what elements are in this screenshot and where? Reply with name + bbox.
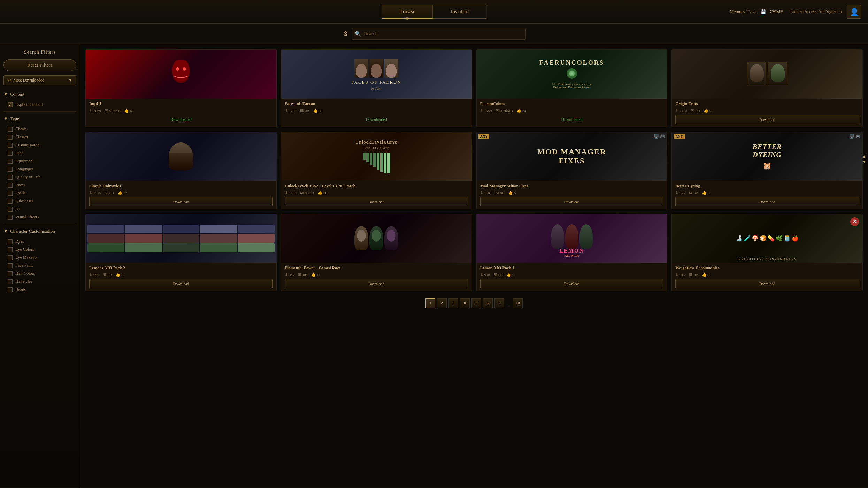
mod-card-modfix[interactable]: ANY 🖥️ 🎮 MOD MANAGERFIXES Mod Manager Mi…: [476, 132, 668, 209]
checkbox-cheats[interactable]: Cheats: [3, 125, 76, 133]
mod-download-btn-weightless[interactable]: Download: [675, 279, 859, 288]
top-bar: Browse Installed Memory Used: 💾 729MB Li…: [0, 0, 868, 24]
checkbox-spells-label: Spells: [15, 191, 25, 196]
page-btn-10[interactable]: 10: [513, 298, 523, 308]
checkbox-face-paint[interactable]: Face Paint: [3, 262, 76, 270]
checkbox-cheats-check: [8, 127, 13, 132]
mod-download-btn-dyeing[interactable]: Download: [675, 197, 859, 206]
mod-download-btn-lemons2[interactable]: Download: [89, 279, 273, 288]
checkbox-races[interactable]: Races: [3, 181, 76, 189]
mod-likes-elemental: 👍 11: [311, 272, 321, 277]
checkbox-dice[interactable]: Dice: [3, 149, 76, 157]
checkbox-explicit-content[interactable]: Explicit Content: [3, 101, 76, 109]
sort-select[interactable]: ⚙ Most Downloaded ▼: [3, 75, 76, 85]
mod-downloads-lemon1: ⬇ 938: [480, 272, 490, 277]
page-btn-6[interactable]: 6: [483, 298, 493, 308]
checkbox-heads[interactable]: Heads: [3, 286, 76, 294]
memory-icon: 💾: [760, 9, 766, 15]
pagination: 1 2 3 4 5 6 7 ... 10: [85, 293, 863, 313]
user-avatar[interactable]: 👤: [847, 5, 861, 19]
tab-browse[interactable]: Browse: [382, 5, 433, 19]
mod-download-btn-modfix[interactable]: Download: [480, 197, 664, 206]
checkbox-face-paint-label: Face Paint: [15, 263, 33, 268]
mod-download-btn-unlocklevel[interactable]: Download: [285, 197, 468, 206]
mod-card-weightless[interactable]: ✕ 🍶 🧪 🍄 🍞 💊 🌿 🫙 🍎 WE: [671, 214, 863, 291]
page-btn-2[interactable]: 2: [437, 298, 447, 308]
search-bar-area: ⚙ 🔍: [0, 24, 868, 44]
mod-stats-modfix: ⬇ 1104 🖫 0B 👍 5: [480, 191, 664, 195]
mod-card-faeruncolors[interactable]: FAERUNCOLORS 60+ RolePlaying dyes based …: [476, 49, 668, 127]
checkbox-languages[interactable]: Languages: [3, 165, 76, 173]
checkbox-visual-effects[interactable]: Visual Effects: [3, 213, 76, 221]
mod-size-origin: 🖫 0B: [691, 108, 700, 113]
mod-info-dyeing: Better Dyeing ⬇ 972 🖫 0B 👍 6 Download: [672, 181, 862, 209]
tab-installed[interactable]: Installed: [433, 5, 487, 19]
mod-size-weightless: 🖫 0B: [689, 272, 698, 277]
checkbox-subclasses[interactable]: Subclasses: [3, 197, 76, 205]
mod-likes-modfix: 👍 5: [508, 191, 516, 195]
mod-card-lemon1[interactable]: LEMON AIO PACK Lemon AIO Pack 1 ⬇ 938 🖫 …: [476, 214, 668, 291]
checkbox-customisation[interactable]: Customisation: [3, 141, 76, 149]
section-label-char-custom: Character Customisation: [10, 228, 55, 234]
mod-downloads-origin: ⬇ 1423: [675, 108, 687, 113]
mod-stats-faces: ⬇ 1787 🖫 0B 👍 38: [285, 108, 468, 113]
checkbox-equipment[interactable]: Equipment: [3, 157, 76, 165]
section-header-type[interactable]: ▼ Type: [3, 115, 76, 123]
mod-download-btn-origin[interactable]: Download: [675, 115, 859, 124]
mod-download-btn-faces[interactable]: Downloaded: [285, 115, 468, 124]
checkbox-ui[interactable]: UI: [3, 205, 76, 213]
mod-card-origin-feats[interactable]: Origin Feats ⬇ 1423 🖫 0B 👍 9 Download: [671, 49, 863, 127]
mod-card-lemons2[interactable]: Lemons AIO Pack 2 ⬇ 955 🖫 0B 👍 8 Downloa…: [85, 214, 277, 291]
checkbox-eye-colors[interactable]: Eye Colors: [3, 246, 76, 254]
mod-size-dyeing: 🖫 0B: [689, 191, 698, 195]
checkbox-languages-label: Languages: [15, 166, 33, 172]
page-btn-3[interactable]: 3: [448, 298, 458, 308]
page-btn-5[interactable]: 5: [471, 298, 481, 308]
checkbox-dyes[interactable]: Dyes: [3, 238, 76, 246]
mod-info-hairstyles: Simple Hairstyles ⬇ 1315 🖫 0B 👍 17 Downl…: [86, 181, 276, 209]
filter-toggle-button[interactable]: ⚙: [343, 30, 348, 38]
section-arrow-content: ▼: [3, 92, 8, 97]
checkbox-heads-label: Heads: [15, 287, 26, 292]
checkbox-eye-makeup[interactable]: Eye Makeup: [3, 254, 76, 262]
checkbox-hairstyles[interactable]: Hairstyles: [3, 278, 76, 286]
sidebar: Search Filters Reset Filters ⚙ Most Down…: [0, 44, 80, 487]
checkbox-spells[interactable]: Spells: [3, 189, 76, 197]
mod-download-btn-elemental[interactable]: Download: [285, 279, 468, 288]
section-header-content[interactable]: ▼ Content: [3, 90, 76, 99]
mod-thumb-faerun: FAERUNCOLORS 60+ RolePlaying dyes based …: [477, 50, 667, 99]
mod-likes-faerun: 👍 24: [516, 108, 526, 113]
mod-card-dyeing[interactable]: ANY 🖥️ 🎮 BETTERDYEING 🐹 Better Dyeing ⬇ …: [671, 132, 863, 209]
mod-download-btn-lemon1[interactable]: Download: [480, 279, 664, 288]
mod-likes-lemons2: 👍 8: [115, 272, 123, 277]
checkbox-hair-colors-check: [8, 271, 13, 276]
mod-thumb-unlocklevel: UnlockLevelCurve Level 13-20 Patch: [281, 132, 472, 181]
reset-filters-button[interactable]: Reset Filters: [3, 59, 76, 71]
mod-download-btn-impui[interactable]: Downloaded: [89, 115, 273, 124]
page-btn-7[interactable]: 7: [494, 298, 504, 308]
main-layout: Search Filters Reset Filters ⚙ Most Down…: [0, 44, 868, 487]
mod-stats-origin: ⬇ 1423 🖫 0B 👍 9: [675, 108, 859, 113]
mod-name-lemons2: Lemons AIO Pack 2: [89, 265, 273, 271]
mod-thumb-hairstyles: [86, 132, 276, 181]
section-header-char-custom[interactable]: ▼ Character Customisation: [3, 227, 76, 235]
mod-card-faces[interactable]: FACES OF FAERÛN by Jirox Faces_of_Faerun…: [281, 49, 472, 127]
mod-thumb-modfix: ANY 🖥️ 🎮 MOD MANAGERFIXES: [477, 132, 667, 181]
mod-card-impui[interactable]: ImpUI ⬇ 3869 🖫 987KB 👍 62 Downloaded: [85, 49, 277, 127]
checkbox-quality-of-life[interactable]: Quality of Life: [3, 173, 76, 181]
mod-size-elemental: 🖫 0B: [298, 272, 307, 277]
checkbox-hair-colors[interactable]: Hair Colors: [3, 270, 76, 278]
search-input[interactable]: [352, 28, 526, 40]
checkbox-classes[interactable]: Classes: [3, 133, 76, 141]
mod-card-unlocklevel[interactable]: UnlockLevelCurve Level 13-20 Patch: [281, 132, 472, 209]
mod-download-btn-faerun[interactable]: Downloaded: [480, 115, 664, 124]
mod-likes-weightless: 👍 8: [702, 272, 710, 277]
page-btn-1[interactable]: 1: [425, 298, 435, 308]
page-btn-4[interactable]: 4: [460, 298, 470, 308]
checkbox-eye-colors-label: Eye Colors: [15, 247, 34, 252]
mod-card-hairstyles[interactable]: Simple Hairstyles ⬇ 1315 🖫 0B 👍 17 Downl…: [85, 132, 277, 209]
mod-card-elemental[interactable]: Elemental Power - Genasi Race ⬇ 947 🖫 0B…: [281, 214, 472, 291]
mod-download-btn-hairstyles[interactable]: Download: [89, 197, 273, 206]
checkbox-ve-check: [8, 215, 13, 220]
mod-likes-unlocklevel: 👍 28: [317, 191, 327, 195]
